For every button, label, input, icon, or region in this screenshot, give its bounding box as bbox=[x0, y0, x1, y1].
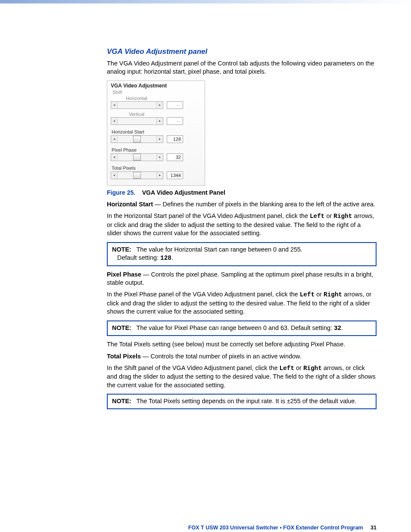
total-label: Total Pixels bbox=[112, 165, 201, 171]
slider-thumb[interactable] bbox=[133, 154, 141, 161]
total-value[interactable]: 1344 bbox=[167, 171, 183, 179]
arrow-left-icon[interactable]: ◂ bbox=[111, 102, 118, 109]
note-label: NOTE: bbox=[112, 246, 131, 253]
intro-paragraph: The VGA Video Adjustment panel of the Co… bbox=[107, 59, 377, 76]
horizontal-label: Horizontal bbox=[111, 96, 162, 101]
slider-track[interactable] bbox=[118, 154, 156, 161]
slider-thumb[interactable] bbox=[133, 172, 141, 179]
right-key: Right bbox=[324, 291, 342, 298]
right-key: Right bbox=[303, 365, 322, 372]
left-key: Left bbox=[300, 291, 315, 298]
total-slider[interactable]: ◂ ▸ bbox=[111, 171, 163, 179]
text: In the Pixel Phase panel of the VGA Vide… bbox=[107, 291, 300, 298]
text: In the Horizontal Start panel of the VGA… bbox=[107, 212, 310, 219]
arrow-right-icon[interactable]: ▸ bbox=[156, 136, 163, 143]
arrow-left-icon[interactable]: ◂ bbox=[111, 154, 118, 161]
arrow-right-icon[interactable]: ▸ bbox=[156, 154, 163, 161]
note-text: The value for Horizontal Start can range… bbox=[137, 246, 303, 253]
vertical-shift-slider[interactable]: ◂ ▸ bbox=[111, 117, 163, 125]
total-def: — Controls the total number of pixels in… bbox=[141, 353, 302, 360]
note-value: 32 bbox=[334, 325, 341, 332]
arrow-left-icon[interactable]: ◂ bbox=[111, 118, 118, 124]
phase-def: — Controls the pixel phase. Sampling at … bbox=[107, 271, 373, 286]
phase-definition: Pixel Phase — Controls the pixel phase. … bbox=[107, 271, 377, 287]
arrow-right-icon[interactable]: ▸ bbox=[156, 102, 163, 109]
total-definition: Total Pixels — Controls the total number… bbox=[107, 352, 377, 361]
slider-track[interactable] bbox=[118, 102, 156, 109]
note-total: NOTE: The Total Pixels setting depends o… bbox=[107, 394, 377, 409]
left-key: Left bbox=[280, 365, 295, 372]
hstart-instructions: In the Horizontal Start panel of the VGA… bbox=[107, 212, 377, 237]
slider-track[interactable] bbox=[118, 136, 156, 143]
text: or bbox=[314, 291, 324, 298]
hstart-def: — Defines the number of pixels in the bl… bbox=[153, 201, 375, 208]
slider-thumb[interactable] bbox=[133, 136, 141, 143]
arrow-right-icon[interactable]: ▸ bbox=[156, 118, 163, 124]
horizontal-row: ◂ ▸ --- bbox=[111, 101, 201, 109]
horizontal-value[interactable]: --- bbox=[167, 101, 183, 109]
hstart-row: ◂ ▸ 128 bbox=[111, 135, 201, 143]
text: In the Shift panel of the VGA Video Adju… bbox=[107, 364, 280, 371]
vga-adjustment-panel: VGA Video Adjustment Shift Horizontal ◂ … bbox=[107, 81, 205, 186]
phase-row: ◂ ▸ 32 bbox=[111, 153, 201, 161]
vertical-label: Vertical bbox=[111, 112, 162, 117]
arrow-left-icon[interactable]: ◂ bbox=[111, 172, 118, 179]
total-row: ◂ ▸ 1344 bbox=[111, 171, 201, 179]
between-paragraph: The Total Pixels setting (see below) mus… bbox=[107, 340, 377, 348]
phase-instructions: In the Pixel Phase panel of the VGA Vide… bbox=[107, 290, 377, 316]
text: . bbox=[171, 254, 173, 261]
footer-page-number: 31 bbox=[371, 525, 377, 531]
text: . bbox=[341, 324, 343, 331]
shift-group-label: Shift bbox=[112, 90, 201, 95]
phase-label: Pixel Phase bbox=[112, 147, 201, 152]
vertical-row: ◂ ▸ --- bbox=[111, 117, 201, 125]
note-text: The value for Pixel Phase can range betw… bbox=[137, 324, 334, 331]
note-text-b: Default setting: bbox=[117, 254, 160, 261]
note-phase: NOTE: The value for Pixel Phase can rang… bbox=[107, 320, 377, 336]
slider-track[interactable] bbox=[118, 172, 156, 179]
arrow-right-icon[interactable]: ▸ bbox=[156, 172, 163, 179]
note-label: NOTE: bbox=[112, 324, 131, 331]
total-term: Total Pixels bbox=[107, 353, 141, 360]
note-label: NOTE: bbox=[112, 398, 131, 404]
section-heading: VGA Video Adjustment panel bbox=[107, 47, 377, 56]
right-key: Right bbox=[333, 213, 352, 220]
hstart-value[interactable]: 128 bbox=[167, 135, 183, 143]
slider-track[interactable] bbox=[118, 118, 156, 124]
arrow-left-icon[interactable]: ◂ bbox=[111, 136, 118, 143]
vertical-value[interactable]: --- bbox=[167, 117, 183, 125]
page-content: VGA Video Adjustment panel The VGA Video… bbox=[0, 47, 411, 532]
hstart-term: Horizontal Start bbox=[107, 201, 153, 208]
left-key: Left bbox=[310, 213, 325, 220]
hstart-definition: Horizontal Start — Defines the number of… bbox=[107, 200, 377, 208]
page-footer: FOX T USW 203 Universal Switcher • FOX E… bbox=[188, 525, 377, 531]
figure-text: VGA Video Adjustment Panel bbox=[142, 189, 225, 196]
phase-slider[interactable]: ◂ ▸ bbox=[111, 153, 163, 161]
hstart-slider[interactable]: ◂ ▸ bbox=[111, 135, 163, 143]
phase-value[interactable]: 32 bbox=[167, 153, 183, 161]
page-top-accent bbox=[0, 0, 411, 3]
hstart-label: Horizontal Start bbox=[112, 129, 201, 134]
total-instructions: In the Shift panel of the VGA Video Adju… bbox=[107, 364, 377, 389]
figure-number: Figure 25. bbox=[107, 189, 135, 196]
panel-title: VGA Video Adjustment bbox=[111, 83, 201, 89]
note-text: The Total Pixels setting depends on the … bbox=[137, 398, 357, 404]
phase-term: Pixel Phase bbox=[107, 271, 141, 278]
text: or bbox=[324, 212, 333, 219]
note-value: 128 bbox=[160, 255, 171, 261]
footer-product: FOX T USW 203 Universal Switcher • FOX E… bbox=[188, 525, 363, 531]
text: or bbox=[294, 364, 303, 371]
figure-caption: Figure 25. VGA Video Adjustment Panel bbox=[107, 189, 377, 196]
horizontal-shift-slider[interactable]: ◂ ▸ bbox=[111, 101, 163, 109]
note-hstart: NOTE: The value for Horizontal Start can… bbox=[107, 242, 377, 266]
